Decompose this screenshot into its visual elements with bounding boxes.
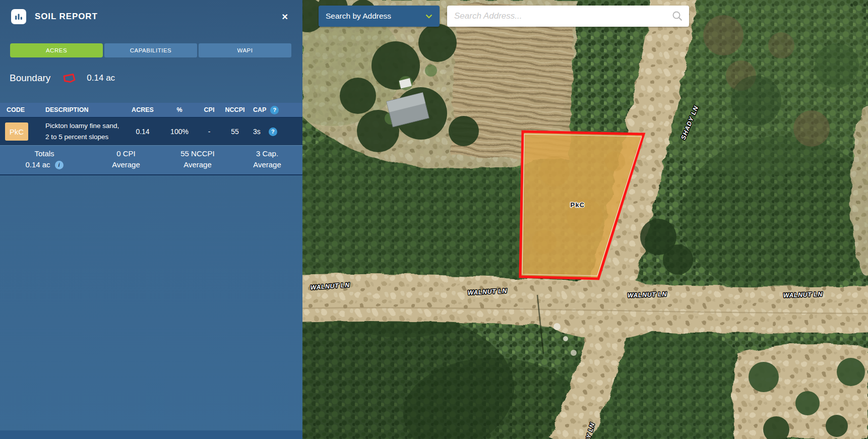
soil-cap: 3s	[253, 128, 261, 136]
page-title: SOIL REPORT	[35, 12, 98, 22]
totals-nccpi-value: 55 NCCPI	[163, 148, 232, 159]
parcel-label: PkC	[571, 201, 585, 209]
road-label-walnut-4: WALNUT LN	[783, 291, 823, 299]
totals-nccpi-sub: Average	[163, 159, 232, 170]
soil-acres: 0.14	[124, 128, 161, 136]
soil-description: Pickton loamy fine sand, 2 to 5 percent …	[39, 120, 124, 143]
row-help-icon[interactable]: ?	[269, 128, 277, 136]
table-header: CODE DESCRIPTION ACRES % CPI NCCPI CAP ?	[0, 103, 302, 118]
panel-header: SOIL REPORT ✕	[0, 0, 302, 33]
soil-cpi: -	[198, 128, 221, 136]
search-icon[interactable]	[672, 11, 683, 24]
chevron-down-icon	[425, 12, 432, 21]
tab-wapi[interactable]: WAPI	[199, 43, 291, 57]
boundary-area-value: 0.14 ac	[87, 73, 115, 83]
tab-bar: ACRES CAPABILITIES WAPI	[10, 43, 291, 57]
tab-capabilities[interactable]: CAPABILITIES	[104, 43, 197, 57]
search-bar: Search by Address	[319, 6, 689, 27]
totals-cpi-sub: Average	[89, 159, 163, 170]
soil-report-panel: SOIL REPORT ✕ ACRES CAPABILITIES WAPI Bo…	[0, 0, 302, 439]
search-input-wrap	[447, 6, 689, 27]
bar-chart-icon	[11, 9, 26, 24]
satellite-map[interactable]: PkC WALNUT LN WALNUT LN WALNUT LN WALNUT…	[302, 0, 868, 439]
cap-help-icon[interactable]: ?	[270, 106, 279, 114]
boundary-polygon-icon	[63, 73, 76, 84]
col-header-acres: ACRES	[124, 106, 161, 113]
tab-acres[interactable]: ACRES	[10, 43, 103, 57]
col-header-description: DESCRIPTION	[39, 106, 124, 113]
totals-cpi-value: 0 CPI	[89, 148, 163, 159]
info-icon[interactable]: i	[55, 161, 64, 169]
totals-row: Totals 0.14 ac i 0 CPI Average 55 NCCPI …	[0, 146, 302, 175]
totals-area: 0.14 ac	[25, 159, 50, 170]
close-icon[interactable]: ✕	[281, 11, 289, 23]
panel-footer	[0, 430, 302, 439]
table-row[interactable]: PkC Pickton loamy fine sand, 2 to 5 perc…	[0, 118, 302, 146]
soil-table: CODE DESCRIPTION ACRES % CPI NCCPI CAP ?…	[0, 103, 302, 175]
totals-cap-sub: Average	[232, 159, 302, 170]
col-header-cpi: CPI	[198, 106, 221, 113]
totals-cap-value: 3 Cap.	[232, 148, 302, 159]
soil-code-badge: PkC	[5, 122, 28, 141]
search-category-dropdown[interactable]: Search by Address	[319, 6, 440, 27]
search-input[interactable]	[447, 6, 689, 27]
boundary-row: Boundary 0.14 ac	[0, 67, 302, 90]
satellite-imagery: PkC WALNUT LN WALNUT LN WALNUT LN WALNUT…	[302, 0, 868, 439]
soil-percent: 100%	[161, 128, 198, 136]
col-header-percent: %	[161, 106, 198, 113]
road-label-walnut-3: WALNUT LN	[628, 291, 667, 299]
search-category-label: Search by Address	[326, 12, 425, 21]
boundary-label: Boundary	[10, 73, 50, 84]
soil-report-app: PkC WALNUT LN WALNUT LN WALNUT LN WALNUT…	[0, 0, 868, 439]
col-header-nccpi: NCCPI	[221, 106, 249, 113]
col-header-code: CODE	[0, 106, 39, 113]
totals-label: Totals	[0, 148, 89, 159]
col-header-cap: CAP	[253, 106, 266, 113]
soil-nccpi: 55	[221, 128, 249, 136]
